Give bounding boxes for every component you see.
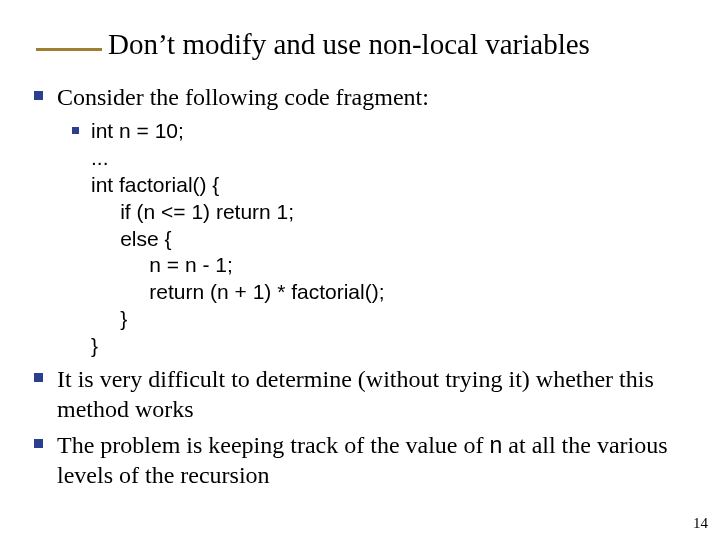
slide: Don’t modify and use non-local variables… bbox=[0, 0, 720, 540]
bullet-square-icon bbox=[34, 439, 43, 448]
bullet-text: Consider the following code fragment: bbox=[57, 82, 429, 112]
title-underline bbox=[36, 48, 102, 51]
bullet-text: It is very difficult to determine (witho… bbox=[57, 364, 700, 424]
slide-body: Consider the following code fragment: in… bbox=[34, 82, 700, 496]
bullet-square-icon bbox=[72, 127, 79, 134]
slide-title: Don’t modify and use non-local variables bbox=[108, 28, 590, 61]
code-block: int n = 10; ... int factorial() { if (n … bbox=[91, 118, 385, 360]
bullet-level1: Consider the following code fragment: bbox=[34, 82, 700, 112]
inline-code-n: n bbox=[490, 432, 503, 458]
bullet-square-icon bbox=[34, 91, 43, 100]
bullet-level2: int n = 10; ... int factorial() { if (n … bbox=[72, 118, 700, 360]
bullet-text-part: The problem is keeping track of the valu… bbox=[57, 432, 490, 458]
bullet-text: The problem is keeping track of the valu… bbox=[57, 430, 700, 490]
bullet-square-icon bbox=[34, 373, 43, 382]
page-number: 14 bbox=[693, 515, 708, 532]
bullet-level1: The problem is keeping track of the valu… bbox=[34, 430, 700, 490]
bullet-level1: It is very difficult to determine (witho… bbox=[34, 364, 700, 424]
